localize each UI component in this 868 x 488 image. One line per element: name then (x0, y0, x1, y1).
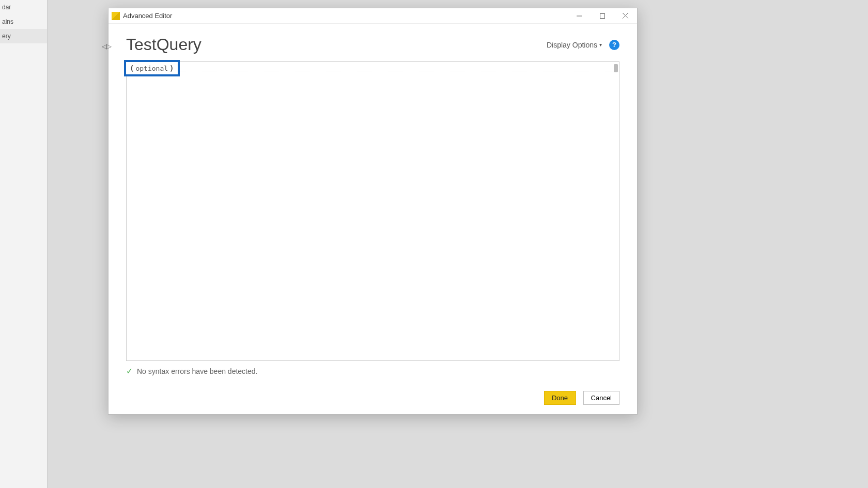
svg-rect-1 (600, 13, 605, 18)
minimize-icon (577, 13, 582, 19)
display-options-label: Display Options (547, 41, 597, 49)
maximize-icon (600, 13, 605, 19)
close-icon (623, 13, 628, 19)
annotation-highlight: ( optional ) (124, 60, 180, 76)
help-icon[interactable]: ? (609, 40, 619, 50)
display-options-dropdown[interactable]: Display Options ▾ (547, 41, 602, 49)
maximize-button[interactable] (591, 8, 614, 24)
check-icon: ✓ (126, 366, 133, 376)
minimize-button[interactable] (567, 8, 591, 24)
titlebar[interactable]: Advanced Editor (109, 8, 637, 24)
advanced-editor-dialog: ◁▷ Advanced Editor TestQuery Display Opt… (108, 8, 638, 415)
app-logo-icon (112, 12, 120, 20)
dialog-footer: Done Cancel (544, 391, 619, 405)
queries-sidebar: dar ains ery (0, 0, 48, 488)
window-title: Advanced Editor (123, 12, 172, 20)
sidebar-item-selected[interactable]: ery (0, 29, 47, 43)
query-name-title: TestQuery (126, 35, 202, 54)
code-token: optional (135, 65, 168, 72)
chevron-down-icon: ▾ (599, 42, 602, 48)
sidebar-item[interactable]: ains (0, 14, 47, 29)
editor-line (127, 62, 619, 71)
sidebar-item[interactable]: dar (0, 0, 47, 14)
close-paren-icon: ) (169, 64, 174, 72)
header-row: TestQuery Display Options ▾ ? (109, 24, 637, 59)
resize-handle-icon[interactable]: ◁▷ (102, 42, 111, 50)
open-paren-icon: ( (130, 64, 134, 72)
cancel-button[interactable]: Cancel (583, 391, 619, 405)
code-editor[interactable]: ( optional ) (126, 61, 619, 361)
done-button[interactable]: Done (544, 391, 576, 405)
close-button[interactable] (614, 8, 637, 24)
scrollbar-thumb[interactable] (614, 64, 618, 72)
status-bar: ✓ No syntax errors have been detected. (126, 366, 619, 376)
status-text: No syntax errors have been detected. (137, 367, 257, 375)
